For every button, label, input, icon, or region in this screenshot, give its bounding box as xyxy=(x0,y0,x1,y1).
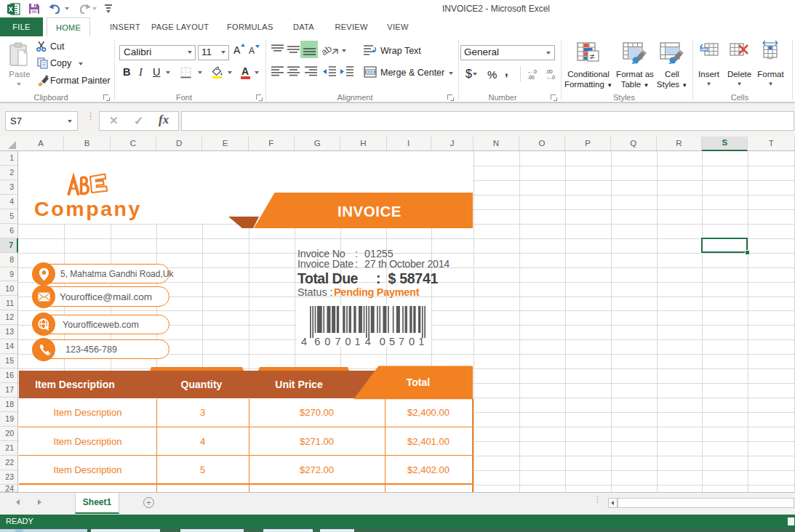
svg-text:Quantity: Quantity xyxy=(181,379,223,390)
svg-text:.00: .00 xyxy=(527,75,535,80)
svg-text:Item Description: Item Description xyxy=(35,379,115,390)
svg-text:INVOICE: INVOICE xyxy=(337,203,402,219)
svg-text:ab: ab xyxy=(322,43,334,58)
svg-text:→.0: →.0 xyxy=(546,75,555,80)
svg-text:≠: ≠ xyxy=(590,52,595,62)
svg-text:Total: Total xyxy=(407,376,430,388)
svg-text:.00: .00 xyxy=(546,69,553,74)
svg-text:←.0: ←.0 xyxy=(527,69,537,74)
svg-text:Unit Price: Unit Price xyxy=(275,379,323,390)
